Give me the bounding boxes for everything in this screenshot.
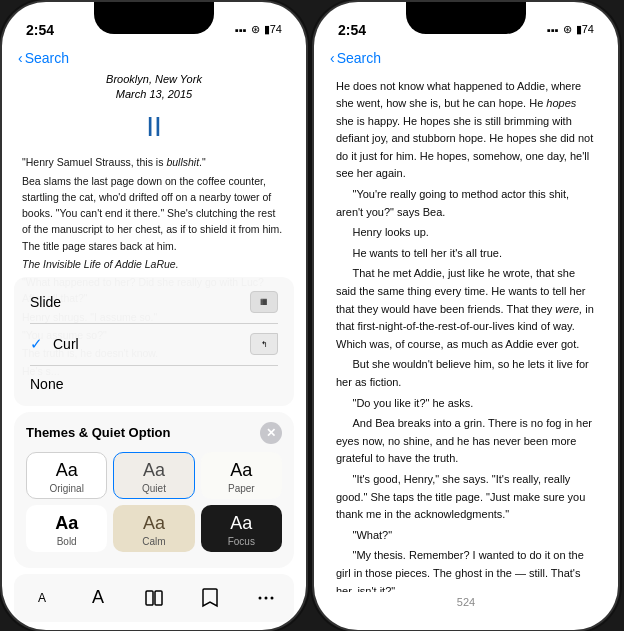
right-phone: 2:54 ▪▪▪ ⊛ ▮74 ‹ Search He does not know… xyxy=(314,2,618,630)
theme-label-quiet: Quiet xyxy=(142,483,166,494)
chapter-number: II xyxy=(22,106,286,148)
notch-right xyxy=(406,2,526,34)
back-chevron-icon: ‹ xyxy=(18,50,23,66)
theme-row-top: Aa Original Aa Quiet Aa Paper xyxy=(26,452,282,499)
right-para-5: That he met Addie, just like he wrote, t… xyxy=(336,265,596,353)
font-large-button[interactable]: A xyxy=(82,582,114,614)
book-header: Brooklyn, New York March 13, 2015 xyxy=(22,72,286,103)
right-para-3: Henry looks up. xyxy=(336,224,596,242)
back-button-left[interactable]: ‹ Search xyxy=(18,50,69,66)
time-left: 2:54 xyxy=(26,22,54,38)
theme-label-paper: Paper xyxy=(228,483,255,494)
para-3: The Invisible Life of Addie LaRue. xyxy=(22,256,286,272)
right-para-2: "You're really going to method actor thi… xyxy=(336,186,596,221)
notch xyxy=(94,2,214,34)
theme-aa-focus: Aa xyxy=(230,514,252,532)
overlay-panel: Slide ▦ ✓ Curl ↰ None Themes & Quiet Opt… xyxy=(2,277,306,630)
font-small-label: A xyxy=(38,591,46,605)
slide-preview-icon: ▦ xyxy=(250,291,278,313)
book-location-line1: Brooklyn, New York xyxy=(22,72,286,87)
right-para-9: "It's good, Henry," she says. "It's real… xyxy=(336,471,596,524)
book-location-line2: March 13, 2015 xyxy=(22,87,286,102)
bookmark-button[interactable] xyxy=(194,582,226,614)
para-1: "Henry Samuel Strauss, this is bullshit.… xyxy=(22,154,286,170)
theme-aa-calm: Aa xyxy=(143,514,165,532)
theme-aa-quiet: Aa xyxy=(143,461,165,479)
theme-tile-original[interactable]: Aa Original xyxy=(26,452,107,499)
curl-preview-icon: ↰ xyxy=(250,333,278,355)
nav-bar-left: ‹ Search xyxy=(2,46,306,72)
wifi-icon: ⊛ xyxy=(251,23,260,36)
right-para-11: "My thesis. Remember? I wanted to do it … xyxy=(336,547,596,591)
battery-icon-right: ▮74 xyxy=(576,23,594,36)
wifi-icon-right: ⊛ xyxy=(563,23,572,36)
svg-point-4 xyxy=(271,596,274,599)
slide-label: Slide xyxy=(30,294,250,310)
menu-item-curl[interactable]: ✓ Curl ↰ xyxy=(14,323,294,365)
font-small-button[interactable]: A xyxy=(26,582,58,614)
transition-menu: Slide ▦ ✓ Curl ↰ None xyxy=(14,277,294,406)
theme-aa-paper: Aa xyxy=(230,461,252,479)
theme-label-calm: Calm xyxy=(142,536,165,547)
status-icons-right: ▪▪▪ ⊛ ▮74 xyxy=(547,23,594,36)
themes-panel: Themes & Quiet Option ✕ Aa Original Aa Q… xyxy=(14,412,294,568)
bottom-toolbar: A A xyxy=(14,574,294,622)
theme-label-focus: Focus xyxy=(228,536,255,547)
signal-icon-right: ▪▪▪ xyxy=(547,24,559,36)
theme-label-bold: Bold xyxy=(57,536,77,547)
book-content-right: He does not know what happened to Addie,… xyxy=(314,72,618,592)
menu-item-slide[interactable]: Slide ▦ xyxy=(14,281,294,323)
back-label-right: Search xyxy=(337,50,381,66)
theme-tile-quiet[interactable]: Aa Quiet xyxy=(113,452,194,499)
svg-rect-0 xyxy=(146,591,153,605)
svg-point-2 xyxy=(259,596,262,599)
more-button[interactable] xyxy=(250,582,282,614)
theme-tile-bold[interactable]: Aa Bold xyxy=(26,505,107,552)
theme-row-bottom: Aa Bold Aa Calm Aa Focus xyxy=(26,505,282,552)
font-large-label: A xyxy=(92,587,104,608)
back-chevron-icon-right: ‹ xyxy=(330,50,335,66)
right-para-10: "What?" xyxy=(336,527,596,545)
none-label: None xyxy=(30,376,278,392)
right-para-7: "Do you like it?" he asks. xyxy=(336,395,596,413)
layout-button[interactable] xyxy=(138,582,170,614)
theme-aa-bold: Aa xyxy=(55,514,78,532)
left-phone: 2:54 ▪▪▪ ⊛ ▮74 ‹ Search Brooklyn, New Yo… xyxy=(2,2,306,630)
themes-title: Themes & Quiet Option xyxy=(26,425,170,440)
more-icon xyxy=(255,587,277,609)
para-2: Bea slams the last page down on the coff… xyxy=(22,173,286,254)
curl-label: Curl xyxy=(53,336,250,352)
theme-label-original: Original xyxy=(49,483,83,494)
battery-icon: ▮74 xyxy=(264,23,282,36)
right-para-6: But she wouldn't believe him, so he lets… xyxy=(336,356,596,391)
svg-point-3 xyxy=(265,596,268,599)
right-para-1: He does not know what happened to Addie,… xyxy=(336,78,596,184)
signal-icon: ▪▪▪ xyxy=(235,24,247,36)
close-button[interactable]: ✕ xyxy=(260,422,282,444)
status-icons-left: ▪▪▪ ⊛ ▮74 xyxy=(235,23,282,36)
right-para-8: And Bea breaks into a grin. There is no … xyxy=(336,415,596,468)
nav-bar-right: ‹ Search xyxy=(314,46,618,72)
back-label-left: Search xyxy=(25,50,69,66)
theme-tile-calm[interactable]: Aa Calm xyxy=(113,505,194,552)
time-right: 2:54 xyxy=(338,22,366,38)
menu-item-none[interactable]: None xyxy=(14,366,294,402)
themes-header: Themes & Quiet Option ✕ xyxy=(26,422,282,444)
bookmark-icon xyxy=(201,587,219,609)
theme-tile-paper[interactable]: Aa Paper xyxy=(201,452,282,499)
layout-icon xyxy=(144,588,164,608)
back-button-right[interactable]: ‹ Search xyxy=(330,50,381,66)
theme-tile-focus[interactable]: Aa Focus xyxy=(201,505,282,552)
right-para-4: He wants to tell her it's all true. xyxy=(336,245,596,263)
theme-aa-original: Aa xyxy=(56,461,78,479)
svg-rect-1 xyxy=(155,591,162,605)
page-number: 524 xyxy=(314,592,618,620)
checkmark-icon: ✓ xyxy=(30,335,43,353)
